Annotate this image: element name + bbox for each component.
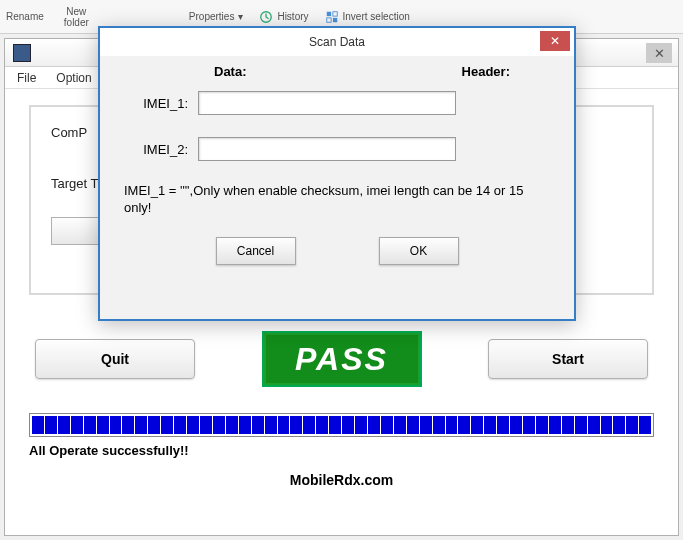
quit-button[interactable]: Quit: [35, 339, 195, 379]
scan-data-dialog: Scan Data ✕ Data: Header: IMEI_1: IMEI_2…: [98, 26, 576, 321]
menu-option[interactable]: Option: [56, 71, 91, 85]
menu-file[interactable]: File: [17, 71, 36, 85]
header-header: Header:: [462, 64, 510, 79]
imei2-label: IMEI_2:: [124, 142, 198, 157]
properties-label: Properties: [189, 11, 235, 22]
start-button[interactable]: Start: [488, 339, 648, 379]
dialog-title-text: Scan Data: [309, 35, 365, 49]
ribbon-history[interactable]: History: [259, 10, 308, 24]
close-button[interactable]: ✕: [646, 43, 672, 63]
ribbon-new-folder[interactable]: New folder: [64, 6, 89, 28]
ribbon-rename[interactable]: Rename: [6, 11, 44, 22]
dialog-headers: Data: Header:: [124, 64, 550, 79]
action-row: Quit PASS Start: [29, 331, 654, 387]
history-icon: [259, 10, 273, 24]
dialog-body: Data: Header: IMEI_1: IMEI_2: IMEI_1 = '…: [100, 56, 574, 281]
imei2-row: IMEI_2:: [124, 137, 550, 161]
rename-label: Rename: [6, 11, 44, 22]
status-text: All Operate successfully!!: [29, 443, 654, 458]
dialog-buttons: Cancel OK: [124, 237, 550, 265]
dialog-message: IMEI_1 = '"',Only when enable checksum, …: [124, 183, 550, 217]
app-icon: [13, 44, 31, 62]
imei1-label: IMEI_1:: [124, 96, 198, 111]
footer-brand: MobileRdx.com: [29, 472, 654, 488]
svg-rect-4: [326, 17, 330, 21]
imei2-input[interactable]: [198, 137, 456, 161]
new-folder-line1: New: [66, 6, 86, 17]
ribbon-invert-selection[interactable]: Invert selection: [325, 10, 410, 24]
invert-label: Invert selection: [343, 11, 410, 22]
dialog-titlebar: Scan Data ✕: [100, 28, 574, 56]
ok-button[interactable]: OK: [379, 237, 459, 265]
dialog-close-button[interactable]: ✕: [540, 31, 570, 51]
ribbon-properties[interactable]: Properties ▾: [189, 11, 244, 22]
chevron-down-icon: ▾: [238, 11, 243, 22]
pass-indicator: PASS: [262, 331, 422, 387]
svg-rect-3: [332, 11, 336, 15]
data-header: Data:: [214, 64, 247, 79]
cancel-button[interactable]: Cancel: [216, 237, 296, 265]
svg-rect-1: [326, 11, 330, 15]
new-folder-line2: folder: [64, 17, 89, 28]
invert-selection-icon: [325, 10, 339, 24]
history-label: History: [277, 11, 308, 22]
imei1-input[interactable]: [198, 91, 456, 115]
imei1-row: IMEI_1:: [124, 91, 550, 115]
svg-rect-2: [332, 17, 336, 21]
progress-bar: [29, 413, 654, 437]
